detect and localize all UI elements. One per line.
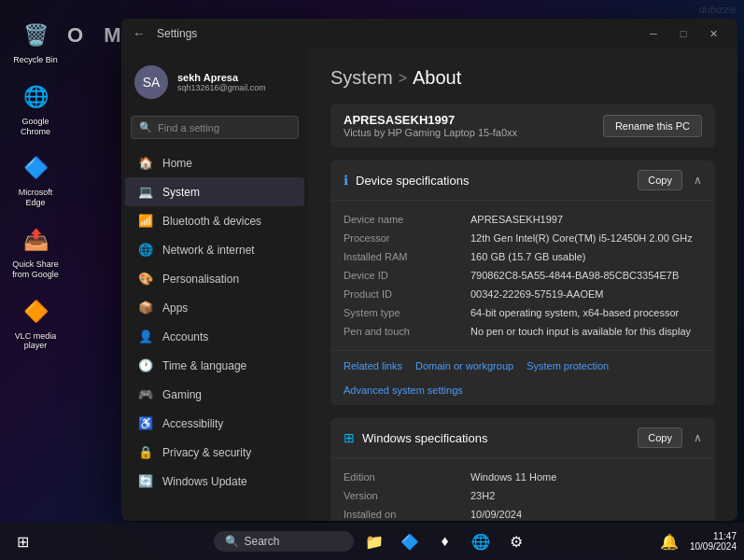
spec-label: Version bbox=[344, 490, 456, 501]
table-row: Device name APRESASEKH1997 bbox=[344, 210, 702, 229]
nav-icon-windows-update: 🔄 bbox=[138, 474, 153, 488]
breadcrumb: System bbox=[330, 67, 393, 89]
windows-specs-title: ⊞ Windows specifications bbox=[344, 430, 487, 445]
window-title: Settings bbox=[157, 27, 197, 40]
windows-specs-table: Edition Windows 11 Home Version 23H2 Ins… bbox=[330, 458, 715, 521]
device-specs-title: ℹ Device specifications bbox=[344, 173, 469, 188]
nav-label-windows-update: Windows Update bbox=[162, 475, 247, 488]
taskbar-chrome[interactable]: 🌐 bbox=[466, 526, 496, 556]
spec-value: 12th Gen Intel(R) Core(TM) i5-12450H 2.0… bbox=[470, 232, 693, 244]
sidebar-item-time[interactable]: 🕐 Time & language bbox=[125, 351, 304, 380]
taskbar-edge[interactable]: 🔷 bbox=[395, 526, 425, 556]
copy-device-specs-button[interactable]: Copy bbox=[638, 170, 682, 190]
icon-image-google-chrome: 🌐 bbox=[19, 80, 52, 114]
taskbar-time: 11:47 10/09/2024 bbox=[690, 531, 737, 552]
table-row: Installed RAM 160 GB (15.7 GB usable) bbox=[344, 247, 702, 266]
taskbar: ⊞ 🔍 Search 📁 🔷 ♦ 🌐 ⚙ 🔔 11:47 10/09/2024 bbox=[0, 523, 744, 560]
close-button[interactable]: ✕ bbox=[700, 21, 726, 47]
sidebar-item-home[interactable]: 🏠 Home bbox=[125, 148, 304, 177]
taskbar-search-icon: 🔍 bbox=[225, 535, 239, 548]
window-controls: ─ □ ✕ bbox=[640, 21, 726, 47]
table-row: Product ID 00342-22269-57519-AAOEM bbox=[344, 285, 702, 303]
nav-icon-home: 🏠 bbox=[138, 156, 153, 170]
sidebar-item-network[interactable]: 🌐 Network & internet bbox=[125, 235, 304, 264]
sidebar-item-system[interactable]: 💻 System bbox=[125, 177, 304, 206]
nav-label-system: System bbox=[162, 186, 200, 199]
sidebar: SA sekh Apresa sqh132616@gmail.com 🔍 Fin… bbox=[121, 49, 308, 521]
table-row: Installed on 10/09/2024 bbox=[344, 505, 702, 521]
icon-image-vlc: 🔶 bbox=[19, 295, 52, 329]
desktop-icon-microsoft-edge[interactable]: 🔷 Microsoft Edge bbox=[7, 151, 63, 208]
taskbar-notification[interactable]: 🔔 bbox=[654, 526, 684, 556]
nav-label-accessibility: Accessibility bbox=[162, 417, 223, 430]
nav-label-bluetooth: Bluetooth & devices bbox=[162, 215, 261, 228]
nav-icon-accessibility: ♿ bbox=[138, 416, 153, 430]
table-row: Edition Windows 11 Home bbox=[344, 468, 702, 486]
taskbar-right: 🔔 11:47 10/09/2024 bbox=[654, 526, 737, 556]
main-content: System > About APRESASEKH1997 Victus by … bbox=[308, 49, 737, 521]
nav-icon-privacy: 🔒 bbox=[138, 445, 153, 459]
spec-label: Edition bbox=[344, 471, 456, 483]
spec-label: Product ID bbox=[344, 288, 456, 300]
settings-body: SA sekh Apresa sqh132616@gmail.com 🔍 Fin… bbox=[121, 49, 737, 521]
related-link-2[interactable]: System protection bbox=[526, 360, 609, 371]
spec-value: No pen or touch input is available for t… bbox=[470, 326, 691, 337]
user-name: sekh Apresa bbox=[177, 72, 266, 83]
nav-label-gaming: Gaming bbox=[162, 388, 202, 401]
collapse-windows-specs-button[interactable]: ∧ bbox=[694, 431, 702, 444]
page-header: System > About bbox=[330, 67, 715, 89]
icon-image-microsoft-edge: 🔷 bbox=[19, 151, 52, 185]
desktop-icon-google-chrome[interactable]: 🌐 Google Chrome bbox=[7, 80, 63, 137]
copy-windows-specs-button[interactable]: Copy bbox=[638, 427, 682, 448]
spec-label: Installed RAM bbox=[344, 251, 456, 262]
sidebar-item-accounts[interactable]: 👤 Accounts bbox=[125, 322, 304, 351]
pc-banner: APRESASEKH1997 Victus by HP Gaming Lapto… bbox=[330, 104, 715, 147]
desktop-icon-quick-share[interactable]: 📤 Quick Share from Google bbox=[7, 223, 63, 280]
spec-value: Windows 11 Home bbox=[470, 471, 556, 483]
rename-pc-button[interactable]: Rename this PC bbox=[603, 115, 702, 137]
back-button[interactable]: ← bbox=[133, 26, 146, 41]
sidebar-item-apps[interactable]: 📦 Apps bbox=[125, 293, 304, 322]
watermark: dubizzle bbox=[699, 4, 737, 15]
nav-label-privacy: Privacy & security bbox=[162, 446, 251, 459]
sidebar-item-bluetooth[interactable]: 📶 Bluetooth & devices bbox=[125, 206, 304, 235]
sidebar-item-personalisation[interactable]: 🎨 Personalisation bbox=[125, 264, 304, 293]
spec-value: 10/09/2024 bbox=[470, 509, 522, 520]
nav-icon-apps: 📦 bbox=[138, 301, 153, 315]
taskbar-search[interactable]: 🔍 Search bbox=[214, 531, 354, 552]
user-profile[interactable]: SA sekh Apresa sqh132616@gmail.com bbox=[121, 56, 308, 108]
table-row: Pen and touch No pen or touch input is a… bbox=[344, 322, 702, 341]
nav-icon-gaming: 🎮 bbox=[138, 387, 153, 401]
desktop-icons: 🗑️ Recycle Bin 🌐 Google Chrome 🔷 Microso… bbox=[7, 19, 63, 351]
desktop-icon-recycle-bin[interactable]: 🗑️ Recycle Bin bbox=[7, 19, 63, 65]
minimize-button[interactable]: ─ bbox=[640, 21, 667, 47]
start-button[interactable]: ⊞ bbox=[7, 526, 37, 556]
windows-specs-header: ⊞ Windows specifications Copy ∧ bbox=[330, 418, 715, 458]
sidebar-item-accessibility[interactable]: ♿ Accessibility bbox=[125, 409, 304, 438]
nav-icon-system: 💻 bbox=[138, 185, 153, 199]
windows-icon: ⊞ bbox=[344, 430, 355, 445]
pc-name: APRESASEKH1997 bbox=[344, 113, 517, 127]
collapse-device-specs-button[interactable]: ∧ bbox=[694, 174, 702, 187]
taskbar-diamond[interactable]: ♦ bbox=[430, 526, 460, 556]
maximize-button[interactable]: □ bbox=[670, 21, 696, 47]
sidebar-item-privacy[interactable]: 🔒 Privacy & security bbox=[125, 438, 304, 467]
taskbar-file-explorer[interactable]: 📁 bbox=[359, 526, 389, 556]
taskbar-left: ⊞ bbox=[7, 526, 37, 556]
taskbar-settings[interactable]: ⚙ bbox=[501, 526, 531, 556]
table-row: Processor 12th Gen Intel(R) Core(TM) i5-… bbox=[344, 229, 702, 247]
icon-image-quick-share: 📤 bbox=[19, 223, 52, 257]
taskbar-center: 🔍 Search 📁 🔷 ♦ 🌐 ⚙ bbox=[214, 526, 531, 556]
desktop-icon-vlc[interactable]: 🔶 VLC media player bbox=[7, 295, 63, 352]
pc-info: APRESASEKH1997 Victus by HP Gaming Lapto… bbox=[344, 113, 517, 138]
related-link-0[interactable]: Related links bbox=[344, 360, 402, 371]
sidebar-item-windows-update[interactable]: 🔄 Windows Update bbox=[125, 467, 304, 496]
related-link-1[interactable]: Domain or workgroup bbox=[415, 360, 513, 371]
sidebar-search[interactable]: 🔍 Find a setting bbox=[131, 116, 299, 139]
user-info: sekh Apresa sqh132616@gmail.com bbox=[177, 72, 266, 92]
spec-label: Processor bbox=[344, 232, 456, 244]
sidebar-item-gaming[interactable]: 🎮 Gaming bbox=[125, 380, 304, 409]
avatar: SA bbox=[134, 65, 168, 99]
icon-label-quick-share: Quick Share from Google bbox=[7, 259, 63, 280]
related-link-3[interactable]: Advanced system settings bbox=[344, 385, 463, 396]
